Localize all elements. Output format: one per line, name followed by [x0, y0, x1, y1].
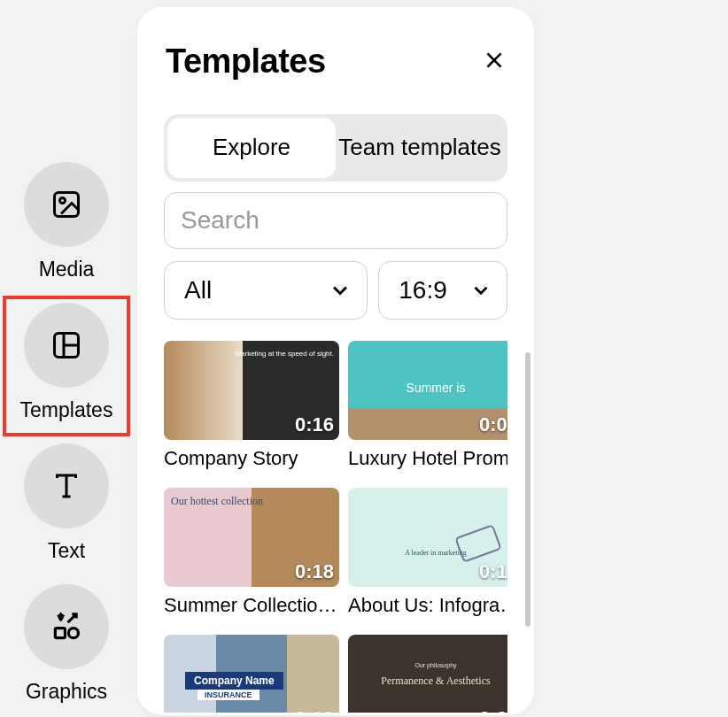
template-title: About Us: Infograp… — [348, 594, 507, 617]
svg-point-1 — [60, 198, 66, 204]
template-card[interactable]: Summer is 0:09 Luxury Hotel Promo — [348, 341, 507, 470]
thumbnail-overlay-text: Permanence & Aesthetics — [381, 675, 490, 688]
text-icon — [24, 443, 109, 528]
filter-row: All 16:9 — [164, 261, 507, 320]
template-thumbnail: Summer is 0:09 — [348, 341, 507, 440]
tabs: Explore Team templates — [164, 114, 507, 181]
filter-aspect-ratio[interactable]: 16:9 — [378, 261, 507, 320]
layout-icon — [24, 303, 109, 388]
sidebar-item-label: Graphics — [26, 680, 107, 704]
panel-header: Templates — [164, 42, 507, 81]
template-card[interactable]: Company Name INSURANCE 0:18 — [164, 635, 339, 713]
tab-team-templates[interactable]: Team templates — [336, 118, 504, 178]
filter-category[interactable]: All — [164, 261, 368, 320]
template-thumbnail: Our philosophy Permanence & Aesthetics 0… — [348, 635, 507, 713]
thumbnail-overlay-text: A leader in marketing — [405, 549, 467, 557]
tab-explore[interactable]: Explore — [167, 118, 336, 178]
sidebar-item-templates[interactable]: Templates — [3, 296, 130, 436]
template-duration: 0:08 — [479, 707, 507, 713]
templates-panel: Templates Explore Team templates All 16:… — [137, 7, 534, 715]
page-title: Templates — [166, 42, 326, 81]
sidebar-item-graphics[interactable]: Graphics — [3, 577, 130, 717]
image-icon — [24, 162, 109, 247]
scrollbar[interactable] — [525, 352, 531, 627]
close-icon — [483, 49, 506, 72]
filter-category-value: All — [184, 276, 212, 305]
template-card[interactable]: Our hottest collection 0:18 Summer Colle… — [164, 488, 339, 617]
thumbnail-overlay-sub: INSURANCE — [197, 690, 259, 700]
sidebar-item-media[interactable]: Media — [3, 155, 130, 296]
thumbnail-overlay-text: Our hottest collection — [171, 495, 263, 508]
thumbnail-overlay-text: Summer is — [407, 381, 466, 395]
search-input[interactable] — [181, 206, 498, 235]
search-box[interactable] — [164, 192, 507, 249]
template-card[interactable]: Marketing at the speed of sight. 0:16 Co… — [164, 341, 339, 470]
template-card[interactable]: Our philosophy Permanence & Aesthetics 0… — [348, 635, 507, 713]
sidebar-item-label: Media — [39, 258, 95, 281]
thumbnail-overlay-sub: Our philosophy — [414, 662, 456, 668]
template-duration: 0:18 — [295, 707, 334, 713]
svg-rect-7 — [55, 628, 65, 638]
template-thumbnail: A leader in marketing 0:17 — [348, 488, 507, 587]
close-button[interactable] — [483, 49, 506, 75]
template-title: Company Story — [164, 447, 339, 470]
template-thumbnail: Our hottest collection 0:18 — [164, 488, 339, 587]
sidebar-item-label: Text — [48, 539, 85, 563]
sidebar: Media Templates Text Graphics — [0, 155, 133, 717]
thumbnail-overlay-text: Marketing at the speed of sight. — [235, 350, 334, 358]
template-title: Summer Collection … — [164, 594, 339, 617]
chevron-down-icon — [469, 279, 492, 302]
template-duration: 0:09 — [479, 413, 507, 436]
chevron-down-icon — [328, 278, 352, 303]
sidebar-item-text[interactable]: Text — [3, 436, 130, 577]
template-thumbnail: Marketing at the speed of sight. 0:16 — [164, 341, 339, 440]
template-duration: 0:17 — [479, 560, 507, 583]
template-thumbnail: Company Name INSURANCE 0:18 — [164, 635, 339, 713]
svg-point-8 — [68, 628, 78, 638]
shapes-icon — [24, 584, 109, 669]
thumbnail-overlay-text: Company Name — [185, 672, 283, 690]
template-duration: 0:16 — [295, 413, 334, 436]
sidebar-item-label: Templates — [20, 398, 113, 422]
templates-grid[interactable]: Marketing at the speed of sight. 0:16 Co… — [164, 341, 507, 713]
filter-ratio-value: 16:9 — [399, 276, 447, 305]
template-duration: 0:18 — [295, 560, 334, 583]
template-title: Luxury Hotel Promo — [348, 447, 507, 470]
template-card[interactable]: A leader in marketing 0:17 About Us: Inf… — [348, 488, 507, 617]
